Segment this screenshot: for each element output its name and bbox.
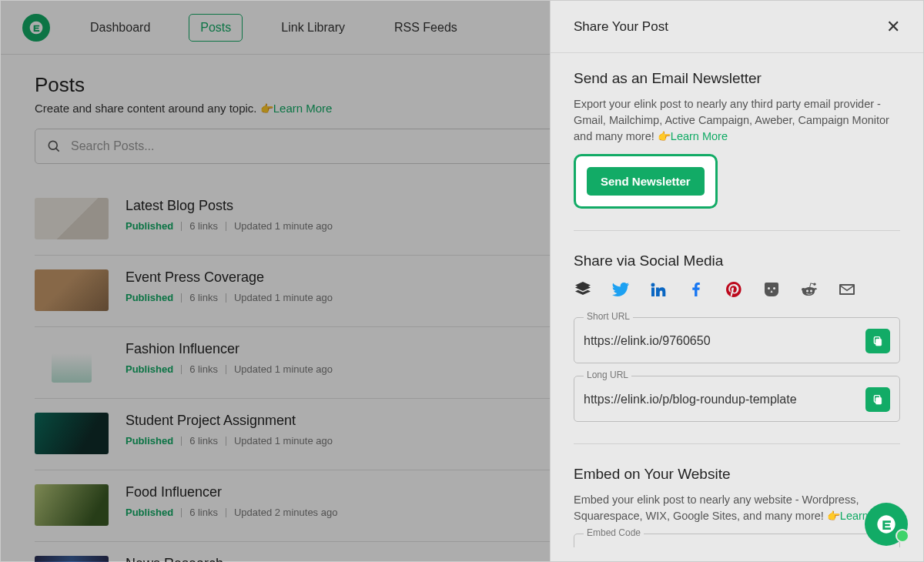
embed-body-text: Embed your elink post to nearly any webs… (574, 493, 859, 522)
updated-text: Updated 2 minutes ago (234, 507, 337, 518)
panel-header: Share Your Post ✕ (551, 1, 923, 53)
email-body-text: Export your elink post to nearly any thi… (574, 98, 889, 142)
subtitle-text: Create and share content around any topi… (35, 102, 260, 115)
updated-text: Updated 1 minute ago (234, 220, 333, 232)
updated-text: Updated 1 minute ago (234, 435, 333, 447)
post-meta: Published 6 links Updated 1 minute ago (126, 292, 333, 303)
post-meta: Published 6 links Updated 2 minutes ago (126, 507, 337, 518)
facebook-icon[interactable] (687, 280, 705, 299)
svg-rect-4 (875, 397, 881, 404)
nav-link-library[interactable]: Link Library (270, 15, 356, 41)
social-row (574, 280, 900, 299)
links-count: 6 links (189, 292, 218, 303)
status-badge: Published (126, 292, 173, 303)
svg-line-1 (56, 149, 59, 152)
divider (574, 230, 900, 231)
pointer-icon: 👉 (658, 130, 671, 142)
pinterest-icon[interactable] (725, 280, 743, 299)
pointer-icon: 👉 (260, 102, 273, 115)
embed-body: Embed your elink post to nearly any webs… (574, 492, 900, 524)
post-thumbnail (35, 413, 109, 454)
copy-short-url-button[interactable] (865, 329, 890, 353)
links-count: 6 links (189, 435, 218, 447)
search-icon (46, 139, 62, 154)
nav-dashboard[interactable]: Dashboard (79, 15, 161, 41)
share-panel: Share Your Post ✕ Send as an Email Newsl… (550, 1, 923, 561)
buffer-icon[interactable] (574, 280, 592, 299)
long-url-value[interactable]: https://elink.io/p/blog-roundup-template (584, 393, 858, 406)
embed-code-field: Embed Code (574, 534, 900, 547)
post-meta: Published 6 links Updated 1 minute ago (126, 435, 333, 447)
updated-text: Updated 1 minute ago (234, 292, 333, 303)
status-badge: Published (126, 435, 173, 447)
status-badge: Published (126, 220, 173, 232)
post-thumbnail (35, 556, 109, 562)
updated-text: Updated 1 minute ago (234, 363, 333, 375)
reddit-icon[interactable] (800, 280, 819, 299)
close-icon[interactable]: ✕ (886, 18, 900, 35)
send-newsletter-highlight: Send Newsletter (574, 154, 718, 209)
status-badge: Published (126, 363, 173, 375)
pointer-icon: 👉 (827, 510, 840, 522)
post-title: Fashion Influencer (126, 341, 333, 357)
svg-rect-2 (875, 339, 881, 346)
divider (574, 443, 900, 444)
help-fab[interactable] (865, 503, 908, 546)
panel-title: Share Your Post (574, 19, 668, 35)
svg-point-0 (49, 141, 57, 149)
linkedin-icon[interactable] (649, 280, 668, 299)
twitter-icon[interactable] (611, 280, 630, 299)
status-badge: Published (126, 507, 173, 518)
links-count: 6 links (189, 220, 218, 232)
nav-rss-feeds[interactable]: RSS Feeds (383, 15, 468, 41)
links-count: 6 links (189, 363, 218, 375)
post-thumbnail (35, 484, 109, 526)
post-meta: Published 6 links Updated 1 minute ago (126, 363, 333, 375)
post-title: Student Project Assignment (126, 413, 333, 429)
post-title: News Research (126, 556, 223, 562)
send-newsletter-button[interactable]: Send Newsletter (587, 167, 705, 196)
short-url-field: Short URL https://elink.io/9760650 (574, 317, 900, 363)
post-title: Food Influencer (126, 484, 337, 500)
copy-long-url-button[interactable] (865, 387, 890, 412)
email-body: Export your elink post to nearly any thi… (574, 96, 900, 145)
links-count: 6 links (189, 507, 218, 518)
short-url-value[interactable]: https://elink.io/9760650 (584, 334, 858, 348)
social-heading: Share via Social Media (574, 253, 900, 269)
copy-icon (872, 335, 884, 347)
post-thumbnail (35, 198, 109, 239)
nav: Dashboard Posts Link Library RSS Feeds (79, 14, 468, 42)
email-icon[interactable] (838, 280, 856, 299)
long-url-label: Long URL (584, 370, 631, 380)
embed-code-label: Embed Code (584, 527, 644, 538)
long-url-field: Long URL https://elink.io/p/blog-roundup… (574, 376, 900, 422)
embed-heading: Embed on Your Website (574, 466, 900, 483)
email-learn-more-link[interactable]: Learn More (671, 130, 728, 142)
app-logo[interactable] (22, 14, 50, 42)
post-meta: Published 6 links Updated 1 minute ago (126, 220, 333, 232)
post-title: Latest Blog Posts (126, 198, 333, 214)
post-thumbnail (52, 341, 92, 383)
hootsuite-icon[interactable] (762, 280, 781, 299)
copy-icon (872, 393, 884, 406)
email-heading: Send as an Email Newsletter (574, 70, 900, 87)
nav-posts[interactable]: Posts (189, 14, 243, 42)
post-title: Event Press Coverage (126, 269, 333, 286)
short-url-label: Short URL (584, 311, 633, 322)
post-thumbnail (35, 269, 109, 311)
learn-more-link[interactable]: Learn More (273, 102, 333, 115)
